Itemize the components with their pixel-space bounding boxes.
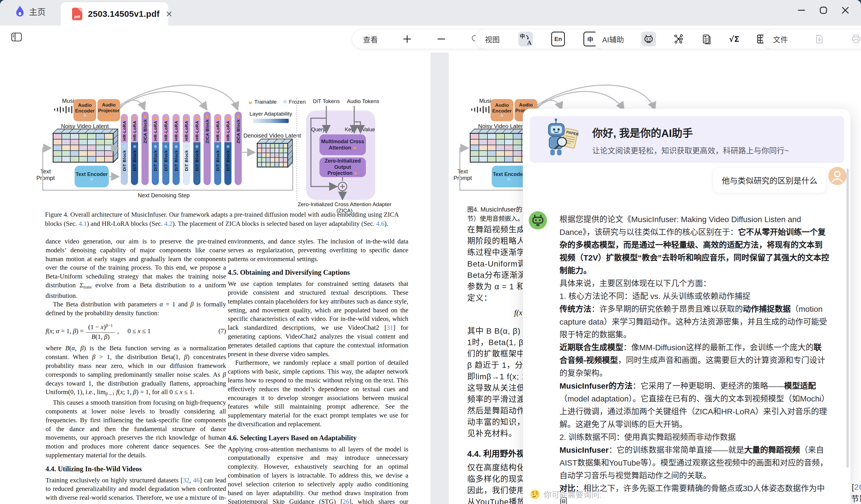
download-icon[interactable]	[814, 34, 824, 44]
pdf-tab[interactable]: pdf 2503.14505v1.pdf	[61, 2, 168, 26]
translate-to-english-button[interactable]: En	[551, 31, 565, 46]
text-prompt-label: Text Prompt	[449, 168, 477, 181]
home-tab[interactable]: 主页	[15, 5, 45, 18]
paragraph: where B(α, β) is the Beta function servi…	[45, 344, 226, 398]
fire-icon	[248, 99, 252, 105]
section-heading: 4.5. Obtaining and Diversifying Captions	[228, 268, 408, 277]
toolbar: 查看 视图 中A En 中 AI辅助	[0, 26, 861, 53]
denoised-latent-cube	[257, 143, 288, 167]
fire-icon	[174, 115, 178, 120]
assistant-avatar	[529, 211, 547, 230]
assistant-response: 根据您提供的论文《MusicInfuser: Making Video Diff…	[560, 213, 830, 504]
fire-icon	[226, 115, 230, 120]
fire-icon	[205, 113, 209, 118]
hr-lora-cap: HR-LoRA	[193, 114, 201, 142]
frozen-icon: ❄	[283, 99, 287, 105]
equation-7: f(x; α = 1, β) =(1 − x)β−1B(1, β),0 ≤ x …	[45, 321, 226, 341]
paper-column-left: dance video generation, our aim is to pr…	[45, 237, 226, 504]
pdf-page-english: Music Audio Encoder❄ Audio Projector Noi…	[28, 53, 430, 504]
frozen-icon: ❄	[164, 145, 168, 149]
notes-summary-icon[interactable]	[701, 33, 712, 44]
frozen-icon: ❄	[174, 145, 178, 149]
assistant-header-card: PAPER 你好, 我是你的AI助手 让论文阅读更轻松，知识获取更高效，科研路上…	[530, 116, 844, 163]
fire-icon	[122, 115, 126, 120]
assistant-message-paragraph: 传统方法：许多早期的研究依赖于昂贵且难以获取的动作捕捉数据（motion cap…	[560, 303, 830, 341]
assistant-mascot: PAPER	[538, 118, 584, 161]
fire-icon	[133, 115, 137, 120]
hr-lora-cap: HR-LoRA	[173, 114, 180, 142]
assistant-message-paragraph: MusicInfuser的方法：它采用了一种更聪明、更经济的策略——模型适配（m…	[560, 380, 830, 431]
zero-init-projection-box: Zero-Initialized Output Projection	[319, 158, 366, 177]
app-window: 主页 pdf 2503.14505v1.pdf 查看 视图	[0, 0, 861, 504]
zica-adapter-panel	[306, 110, 375, 200]
suggested-questions-row: 你可能需要询问:	[530, 489, 602, 500]
frozen-icon: ❄	[90, 177, 94, 182]
knowledge-graph-icon[interactable]	[673, 33, 684, 44]
hr-lora-cap: HR-LoRA	[121, 114, 128, 142]
window-close-button[interactable]	[842, 6, 849, 15]
paragraph: environments, and dance styles. The incl…	[228, 237, 408, 263]
noisy-latent-cube	[53, 133, 113, 163]
layout-menu-button[interactable]: 视图	[485, 34, 500, 44]
paragraph: dance video generation, our aim is to pr…	[45, 237, 226, 300]
paper-column-right: environments, and dance styles. The incl…	[228, 237, 408, 504]
zica-block-bar: ZICA Block	[235, 112, 242, 185]
fire-icon	[354, 170, 358, 175]
assistant-message-paragraph: 1. 核心方法论不同：适配 vs. 从头训练或依赖动作捕捉	[560, 290, 830, 303]
fire-icon	[143, 113, 147, 118]
pdf-tab-title: 2503.14505v1.pdf	[88, 9, 160, 19]
assistant-message-paragraph: 具体来说，主要区别体现在以下几个方面：	[560, 277, 830, 290]
file-menu-button[interactable]: 文件	[773, 34, 788, 44]
window-minimize-button[interactable]	[798, 6, 805, 15]
paragraph: Training exclusively on highly structure…	[45, 476, 226, 504]
document-canvas[interactable]: Music Audio Encoder❄ Audio Projector Noi…	[0, 53, 861, 504]
frozen-icon: ❄	[185, 145, 189, 149]
fire-icon	[236, 113, 240, 118]
zica-block-bar: ZICA Block	[204, 112, 211, 185]
text-prompt-label: Text Prompt	[31, 168, 60, 181]
zoom-out-icon[interactable]	[437, 35, 446, 44]
ai-assist-menu-button[interactable]: AI辅助	[602, 34, 624, 44]
window-maximize-button[interactable]	[819, 6, 828, 15]
print-icon[interactable]	[851, 34, 861, 44]
hr-lora-cap: HR-LoRA	[224, 114, 232, 142]
ai-robot-icon[interactable]	[641, 31, 656, 46]
text-encoder-box: Text Encoder❄	[492, 166, 526, 187]
fire-icon	[353, 145, 357, 150]
hr-lora-cap: HR-LoRA	[131, 114, 138, 142]
tab-close-icon[interactable]	[166, 11, 172, 17]
chat-scrollbar[interactable]	[847, 168, 849, 467]
hr-lora-cap: HR-LoRA	[152, 114, 159, 142]
figure-caption-line2: blocks (Sec. 4.1) and HR-LoRA blocks (Se…	[45, 220, 413, 228]
view-tool-group: 查看	[352, 29, 491, 49]
zoom-in-icon[interactable]	[402, 35, 412, 44]
fire-icon	[107, 113, 111, 118]
home-tab-label: 主页	[29, 5, 45, 17]
fire-icon	[164, 115, 168, 120]
value-label: Value	[362, 127, 377, 133]
translate-icon[interactable]: 中A	[518, 31, 533, 46]
denoised-latent-label: Denoised Video Latent	[243, 133, 301, 139]
assistant-message-paragraph: 根据您提供的论文《MusicInfuser: Making Video Diff…	[560, 213, 830, 277]
section-heading: 4.4. Utilizing In-the-Wild Videos	[45, 465, 226, 474]
tab-bar: 主页 pdf 2503.14505v1.pdf	[0, 0, 861, 26]
dit-blocks-row: HR-LoRA❄DiT BlockHR-LoRA❄DiT BlockZICA B…	[121, 112, 274, 186]
view-menu-button[interactable]: 查看	[363, 34, 378, 44]
noisy-latent-cube	[470, 133, 531, 163]
layer-adaptability-label: Layer Adaptability	[246, 111, 296, 117]
fire-icon	[216, 115, 220, 120]
frozen-icon: ❄	[133, 145, 137, 149]
section-heading: 4.6. Selecting Layers Based on Adaptabil…	[228, 434, 408, 442]
formula-icon[interactable]: √Σ	[729, 35, 739, 44]
ai-tool-group: AI辅助 √Σ	[593, 29, 776, 49]
frozen-icon: ❄	[500, 113, 504, 118]
frozen-icon: ❄	[216, 145, 219, 149]
figure-divider	[296, 98, 297, 201]
user-message-bubble: 他与类似研究的区别是什么	[713, 167, 826, 193]
assistant-message-paragraph: MusicInfuser：它的训练数据非常简单直接——就是大量的舞蹈视频（来自A…	[560, 444, 830, 482]
layout-tool-group: 视图 中A En 中	[475, 29, 607, 49]
sidebar-toggle-icon[interactable]	[11, 32, 22, 43]
assistant-subtitle: 让论文阅读更轻松，知识获取更高效，科研路上与你同行~	[592, 145, 789, 156]
next-step-label: Next Denoising Step	[129, 192, 198, 199]
paragraph: Applying cross-attention mechanisms to a…	[228, 445, 408, 504]
